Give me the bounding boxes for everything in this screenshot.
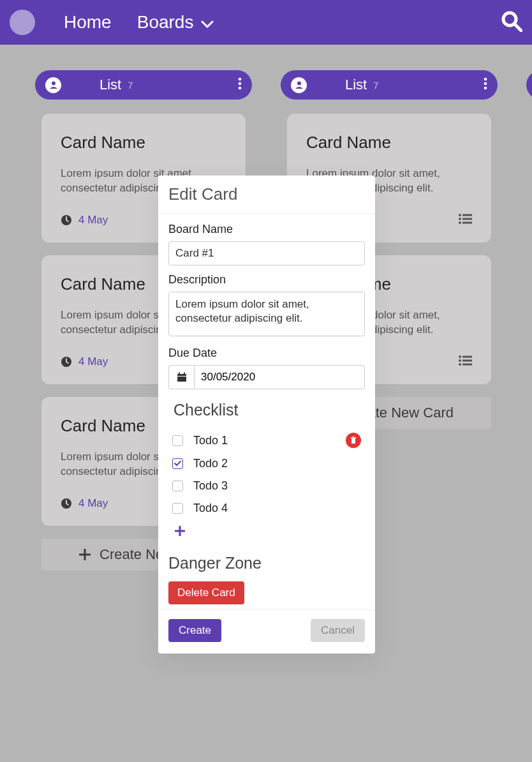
checkbox-icon[interactable]	[172, 435, 183, 446]
nav-boards-label: Boards	[137, 12, 194, 33]
clock-icon	[61, 214, 72, 226]
edit-card-modal: Edit Card Board Name Description Due Dat…	[158, 176, 375, 654]
list-title: List	[100, 77, 121, 93]
checklist-item[interactable]: Todo 3	[172, 475, 361, 497]
card-title: Card Name	[306, 133, 472, 153]
modal-title: Edit Card	[168, 184, 365, 204]
board-name-label: Board Name	[168, 223, 365, 236]
description-input[interactable]	[168, 292, 365, 336]
avatar[interactable]	[10, 10, 35, 35]
delete-card-button[interactable]: Delete Card	[168, 581, 244, 604]
svg-rect-50	[351, 438, 355, 444]
plus-icon	[79, 549, 91, 560]
svg-point-43	[459, 363, 461, 366]
svg-rect-35	[462, 218, 472, 220]
danger-zone-title: Danger Zone	[168, 554, 365, 572]
svg-point-29	[484, 82, 487, 85]
svg-line-1	[515, 24, 521, 31]
svg-rect-33	[462, 214, 472, 216]
modal-header: Edit Card	[158, 176, 375, 214]
list-column	[526, 70, 532, 571]
list-count: 7	[373, 80, 378, 91]
svg-point-28	[484, 77, 487, 80]
checklist-item-label: Todo 4	[193, 502, 228, 515]
svg-rect-46	[177, 374, 186, 382]
checklist-item-label: Todo 2	[193, 457, 228, 470]
card-date: 4 May	[78, 355, 108, 368]
create-button[interactable]: Create	[168, 619, 221, 642]
delete-checklist-item-button[interactable]	[346, 433, 361, 448]
search-button[interactable]	[501, 10, 522, 34]
svg-point-34	[459, 218, 461, 220]
add-checklist-item-button[interactable]	[172, 519, 361, 540]
checklist-item[interactable]: Todo 1	[172, 428, 361, 452]
checklist-item-label: Todo 1	[193, 434, 228, 447]
list-more-button[interactable]	[484, 77, 487, 93]
svg-point-41	[459, 359, 461, 362]
list-avatar-icon	[45, 77, 61, 93]
clock-icon	[61, 356, 72, 368]
list-count: 7	[128, 80, 133, 91]
trash-icon	[350, 437, 357, 444]
card-date: 4 May	[78, 214, 108, 227]
due-date-group	[168, 365, 365, 389]
svg-point-3	[239, 77, 242, 80]
checklist-title: Checklist	[174, 401, 365, 419]
calendar-icon[interactable]	[168, 365, 194, 389]
checklist-icon	[458, 212, 472, 228]
svg-point-30	[484, 86, 487, 89]
svg-rect-40	[462, 355, 472, 357]
more-vertical-icon	[484, 77, 487, 90]
cancel-button[interactable]: Cancel	[311, 619, 365, 642]
svg-rect-52	[353, 437, 355, 438]
list-header: List 7	[281, 70, 498, 100]
nav-boards[interactable]: Boards	[137, 12, 214, 33]
checklist-icon	[458, 354, 472, 370]
checklist-item[interactable]: Todo 4	[172, 497, 361, 519]
due-date-label: Due Date	[168, 347, 365, 360]
list-title: List	[345, 77, 367, 93]
svg-rect-37	[462, 221, 472, 223]
checkbox-checked-icon[interactable]	[172, 458, 183, 469]
modal-footer: Create Cancel	[158, 609, 375, 654]
board-name-input[interactable]	[168, 241, 365, 265]
svg-point-39	[459, 355, 461, 358]
search-icon	[501, 10, 522, 32]
danger-zone: Danger Zone Delete Card	[168, 554, 365, 607]
card-date: 4 May	[78, 497, 108, 510]
checklist-item-label: Todo 3	[193, 479, 228, 493]
svg-rect-51	[351, 438, 356, 439]
svg-point-27	[297, 82, 301, 86]
more-vertical-icon	[238, 77, 242, 90]
nav-home-label: Home	[64, 12, 112, 33]
checkbox-icon[interactable]	[172, 503, 183, 514]
svg-rect-47	[179, 373, 180, 375]
svg-point-4	[239, 82, 242, 85]
checkbox-icon[interactable]	[172, 481, 183, 491]
svg-rect-44	[462, 363, 472, 365]
list-header	[526, 70, 532, 100]
description-label: Description	[168, 273, 365, 287]
list-avatar-icon	[291, 77, 307, 93]
svg-point-5	[239, 86, 242, 89]
svg-point-32	[459, 214, 461, 216]
svg-rect-42	[462, 359, 472, 361]
due-date-input[interactable]	[194, 365, 365, 389]
checklist: Todo 1 Todo 2 Todo 3 Todo 4	[168, 428, 365, 540]
svg-point-36	[459, 221, 461, 224]
plus-icon	[175, 526, 185, 536]
svg-rect-48	[184, 373, 185, 375]
card-title: Card Name	[61, 133, 226, 153]
chevron-down-icon	[201, 12, 214, 33]
clock-icon	[61, 498, 72, 509]
svg-point-2	[52, 82, 55, 86]
checklist-item[interactable]: Todo 2	[172, 452, 361, 475]
nav-home[interactable]: Home	[64, 12, 112, 33]
top-nav: Home Boards	[0, 0, 532, 45]
list-more-button[interactable]	[238, 77, 242, 93]
svg-rect-49	[177, 376, 186, 377]
list-header: List 7	[35, 70, 252, 100]
